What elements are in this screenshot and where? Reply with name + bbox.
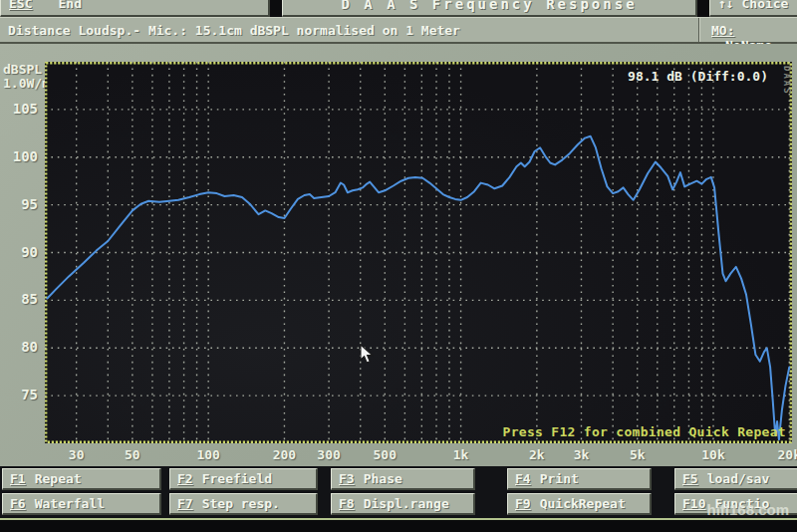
daas-screen: ESC End D A A S Frequency Response ↑↓ Ch… [0,0,797,532]
x-tick-label: 500 [374,447,397,462]
choice-button[interactable]: ↑↓ Choice [709,0,797,17]
bottom-strip [0,518,797,532]
x-tick-label: 50 [125,447,140,462]
f9-quickrepeat-button[interactable]: F9 QuickRepeat [507,493,652,515]
plot-border [46,63,791,442]
f5-key: F5 [682,471,698,486]
spl-response-curve [47,136,789,440]
mo-key-label: MO: [711,23,734,38]
y-tick-label: 85 [0,291,38,307]
watermark-text: hifi168.com [706,501,789,518]
esc-end-button[interactable]: ESC End [0,0,270,17]
x-tick-label: 30 [69,447,85,462]
chart-region: dBSPL 1.0W/m 98.1 dB (Diff:0.0) Press F1… [0,44,797,466]
f5-load-save-button[interactable]: F5 load/sav [674,468,797,490]
f6-waterfall-button[interactable]: F6 Waterfall [2,493,161,515]
x-tick-label: 200 [273,447,296,462]
end-label: End [58,0,81,11]
measurement-description: Distance Loudsp.- Mic.: 15.1cm dBSPL nor… [8,23,460,38]
y-axis-unit-label: dBSPL 1.0W/m [3,63,50,91]
frequency-response-plot: 98.1 dB (Diff:0.0) Press F12 for combine… [45,62,792,443]
daas-side-label: DAAS [782,66,792,96]
x-tick-label: 300 [317,447,340,462]
f4-label: Print [540,471,579,486]
y-tick-label: 95 [0,196,38,212]
y-tick-label: 80 [0,339,38,355]
f6-label: Waterfall [35,496,105,511]
f8-key: F8 [339,496,355,511]
plot-canvas [45,62,792,443]
f1-key: F1 [10,471,26,486]
f1-repeat-button[interactable]: F1 Repeat [2,468,161,490]
f7-step-resp-button[interactable]: F7 Step resp. [169,493,318,515]
measurement-info-bar: Distance Loudsp.- Mic.: 15.1cm dBSPL nor… [0,17,797,44]
info-bar-divider [698,18,700,42]
f4-print-button[interactable]: F4 Print [507,468,652,490]
f7-key: F7 [177,496,193,511]
x-tick-label: 5k [630,447,646,462]
unit-dbspl: dBSPL [3,63,50,77]
f3-key: F3 [339,471,355,486]
level-readout: 98.1 dB (Diff:0.0) [628,69,768,84]
y-tick-label: 90 [0,244,38,260]
y-tick-label: 105 [0,101,38,117]
y-tick-label: 75 [0,387,38,402]
f2-label: Freefield [202,471,272,486]
esc-key-label: ESC [9,0,32,11]
f3-phase-button[interactable]: F3 Phase [331,468,475,490]
f9-label: QuickRepeat [540,496,626,511]
y-tick-label: 100 [0,148,38,164]
app-title-button: D A A S Frequency Response [282,0,697,17]
x-tick-label: 2k [529,447,545,462]
f8-displ-range-button[interactable]: F8 Displ.range [331,493,475,515]
app-title: D A A S Frequency Response [341,0,637,12]
x-tick-label: 100 [196,447,219,462]
x-tick-label: 3k [574,447,590,462]
choice-label: ↑↓ Choice [718,0,788,11]
f10-key: F10 [682,496,705,511]
function-key-bar: F1 Repeat F2 Freefield F3 Phase F4 Print… [0,466,797,518]
unit-ref: 1.0W/m [3,77,50,91]
f6-key: F6 [10,496,26,511]
f2-key: F2 [177,471,193,486]
f9-key: F9 [515,496,531,511]
x-tick-label: 1k [453,447,469,462]
f1-label: Repeat [35,471,82,486]
f8-label: Displ.range [364,496,449,511]
f12-hint-text: Press F12 for combined Quick Repeat [503,424,786,439]
x-tick-label: 20k [778,447,797,462]
x-tick-label: 10k [701,447,724,462]
f3-label: Phase [364,471,402,486]
f7-label: Step resp. [202,496,280,511]
f2-freefield-button[interactable]: F2 Freefield [169,468,318,490]
title-bar: ESC End D A A S Frequency Response ↑↓ Ch… [0,0,797,17]
f5-label: load/sav [707,471,770,486]
f4-key: F4 [515,471,531,486]
